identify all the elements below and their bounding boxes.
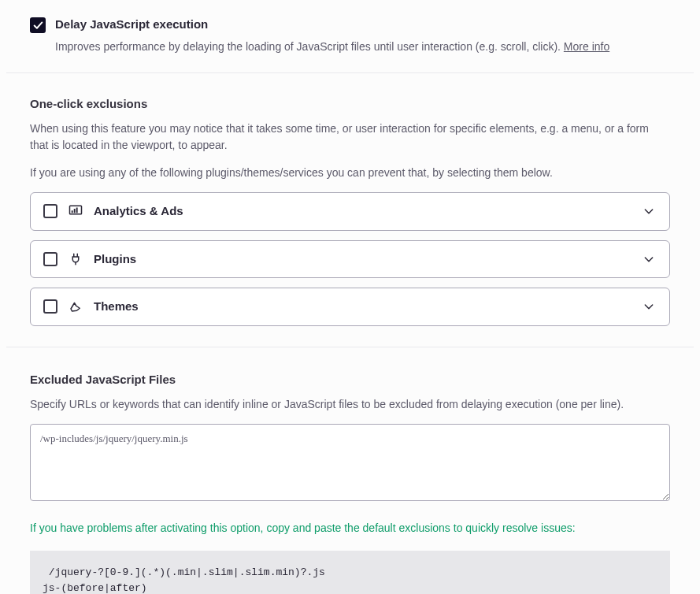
plugins-icon <box>69 252 83 266</box>
oneclick-heading: One-click exclusions <box>30 95 670 113</box>
excluded-help1: If you have problems after activating th… <box>30 520 670 536</box>
delay-js-description: Improves performance by delaying the loa… <box>55 39 670 55</box>
svg-rect-1 <box>72 211 73 213</box>
accordion-analytics-label: Analytics & Ads <box>94 202 631 221</box>
more-info-link[interactable]: More info <box>564 40 609 53</box>
excluded-desc: Specify URLs or keywords that can identi… <box>30 396 670 413</box>
delay-js-desc-text: Improves performance by delaying the loa… <box>55 40 564 53</box>
divider <box>6 72 694 73</box>
delay-js-section: Delay JavaScript execution Improves perf… <box>6 16 694 55</box>
accordion-themes-checkbox[interactable] <box>43 299 57 314</box>
accordion-themes-label: Themes <box>94 298 631 316</box>
delay-js-label-wrap: Delay JavaScript execution <box>55 16 208 34</box>
oneclick-text2: If you are using any of the following pl… <box>30 165 670 181</box>
oneclick-text1: When using this feature you may notice t… <box>30 121 670 154</box>
oneclick-section: One-click exclusions When using this fea… <box>6 95 694 326</box>
delay-js-title: Delay JavaScript execution <box>55 16 208 34</box>
svg-rect-3 <box>76 208 78 213</box>
delay-js-checkbox-row: Delay JavaScript execution <box>30 16 670 34</box>
excluded-heading: Excluded JavaScript Files <box>30 371 670 389</box>
default-exclusions-code: /jquery-?[0-9.](.*)(.min|.slim|.slim.min… <box>30 551 670 594</box>
excluded-js-section: Excluded JavaScript Files Specify URLs o… <box>6 371 694 595</box>
themes-icon <box>69 299 83 314</box>
accordion-plugins-label: Plugins <box>94 251 631 269</box>
divider <box>6 347 694 347</box>
delay-js-checkbox[interactable] <box>30 17 46 33</box>
accordion-analytics-checkbox[interactable] <box>43 204 57 218</box>
excluded-js-textarea[interactable] <box>30 424 670 501</box>
chevron-down-icon <box>643 205 655 217</box>
chevron-down-icon <box>643 253 655 265</box>
check-icon <box>33 20 43 31</box>
chevron-down-icon <box>643 300 655 313</box>
analytics-icon <box>69 204 83 218</box>
accordion-analytics[interactable]: Analytics & Ads <box>30 192 670 231</box>
accordion-plugins-checkbox[interactable] <box>43 252 57 266</box>
svg-rect-2 <box>74 209 76 213</box>
accordion-themes[interactable]: Themes <box>30 288 670 326</box>
accordion-plugins[interactable]: Plugins <box>30 240 670 279</box>
